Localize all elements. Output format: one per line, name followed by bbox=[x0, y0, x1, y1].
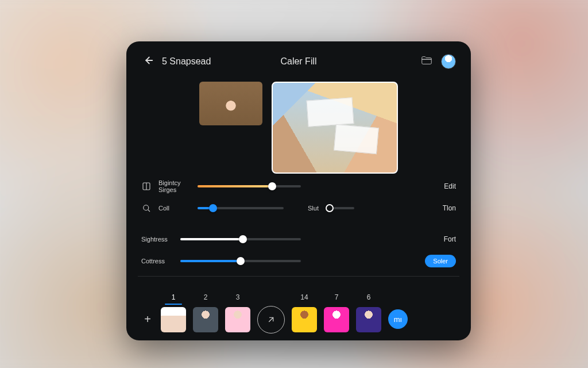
strip-num: 3 bbox=[236, 293, 240, 301]
fort-label[interactable]: Fort bbox=[444, 235, 456, 243]
strip-item-14[interactable]: 14 bbox=[292, 293, 317, 332]
mi-button[interactable]: mı bbox=[388, 309, 408, 329]
brightness-label: Bigintcy Sirges bbox=[158, 179, 191, 193]
save-button[interactable]: Soler bbox=[425, 255, 456, 267]
preview-row bbox=[141, 82, 456, 174]
strip-thumb bbox=[193, 307, 218, 332]
strip-item-2[interactable]: 2 bbox=[193, 293, 218, 332]
strip-thumb bbox=[356, 307, 381, 332]
svg-point-2 bbox=[144, 205, 149, 210]
col-slider[interactable] bbox=[198, 207, 284, 209]
col-label: Coll bbox=[158, 205, 191, 212]
sightress-slider[interactable] bbox=[180, 238, 301, 240]
back-title: 5 Snapsead bbox=[162, 56, 211, 67]
strip-item-6[interactable]: 6 bbox=[356, 293, 381, 332]
strip-item-1[interactable]: 1 bbox=[161, 293, 186, 332]
strip-thumb bbox=[292, 307, 317, 332]
sightress-row: Sightress Fort bbox=[141, 231, 456, 247]
svg-line-3 bbox=[148, 210, 150, 212]
expand-button[interactable] bbox=[257, 306, 285, 334]
preview-thumb-single[interactable] bbox=[199, 82, 262, 125]
tlon-label[interactable]: Tlon bbox=[443, 204, 456, 212]
magnify-icon bbox=[141, 203, 152, 213]
controls: Bigintcy Sirges Edit Coll Slut Tlon bbox=[141, 178, 456, 269]
divider bbox=[138, 276, 459, 277]
contrast-row: Cottress Soler bbox=[141, 253, 456, 269]
col-row: Coll Slut Tlon bbox=[141, 200, 456, 216]
add-button[interactable]: + bbox=[141, 313, 154, 325]
user-avatar[interactable] bbox=[441, 54, 456, 69]
strip-thumb bbox=[161, 307, 186, 332]
strip-num: 14 bbox=[300, 293, 308, 301]
thumbnail-strip: + 1 2 3 14 7 6 bbox=[141, 290, 456, 332]
sightress-label: Sightress bbox=[141, 236, 173, 243]
strip-num: 6 bbox=[367, 293, 371, 301]
strip-num: 2 bbox=[204, 293, 208, 301]
contrast-slider[interactable] bbox=[180, 260, 301, 262]
strip-thumb bbox=[324, 307, 349, 332]
layout-icon bbox=[141, 181, 152, 191]
editor-panel: 5 Snapsead Caler Fill Bigintcy Sirges Ed… bbox=[126, 41, 471, 340]
strip-item-3[interactable]: 3 bbox=[225, 293, 250, 332]
top-bar: 5 Snapsead Caler Fill bbox=[141, 52, 456, 71]
edit-label[interactable]: Edit bbox=[444, 182, 456, 190]
brightness-row: Bigintcy Sirges Edit bbox=[141, 178, 456, 194]
strip-num: 1 bbox=[172, 293, 176, 301]
brightness-slider[interactable] bbox=[198, 185, 301, 187]
contrast-label: Cottress bbox=[141, 258, 173, 264]
folder-icon[interactable] bbox=[420, 54, 433, 69]
slut-slider[interactable] bbox=[326, 207, 354, 209]
strip-item-7[interactable]: 7 bbox=[324, 293, 349, 332]
back-icon[interactable] bbox=[141, 54, 154, 69]
slut-label: Slut bbox=[308, 205, 319, 212]
preview-thumb-collage[interactable] bbox=[272, 82, 398, 174]
strip-thumb bbox=[225, 307, 250, 332]
strip-num: 7 bbox=[335, 293, 339, 301]
